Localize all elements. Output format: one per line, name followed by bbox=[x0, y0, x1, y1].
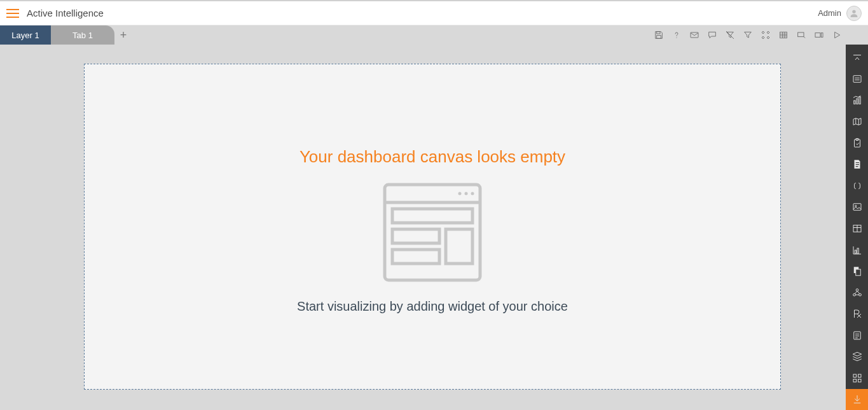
svg-rect-11 bbox=[798, 32, 804, 37]
chart-widget-icon[interactable] bbox=[846, 90, 868, 111]
user-avatar[interactable] bbox=[846, 6, 862, 21]
bar-chart-widget-icon[interactable] bbox=[846, 239, 868, 261]
svg-rect-47 bbox=[855, 269, 860, 276]
svg-point-16 bbox=[458, 192, 462, 195]
user-label: Admin bbox=[818, 8, 841, 18]
svg-rect-14 bbox=[385, 185, 480, 280]
svg-rect-6 bbox=[780, 32, 787, 38]
help-icon[interactable] bbox=[671, 29, 682, 41]
svg-point-48 bbox=[856, 288, 858, 291]
tab-1-label: Tab 1 bbox=[72, 31, 93, 40]
svg-point-49 bbox=[853, 293, 855, 296]
app-header: Active Intelligence Admin bbox=[0, 0, 868, 25]
svg-rect-4 bbox=[691, 32, 698, 38]
svg-line-51 bbox=[855, 291, 857, 294]
document-widget-icon[interactable] bbox=[846, 154, 868, 176]
table-widget-icon[interactable] bbox=[846, 218, 868, 239]
app-title: Active Intelligence bbox=[27, 8, 104, 18]
svg-rect-27 bbox=[853, 101, 855, 104]
svg-rect-13 bbox=[821, 33, 823, 38]
svg-point-3 bbox=[676, 37, 677, 38]
svg-point-38 bbox=[855, 206, 856, 207]
svg-rect-58 bbox=[853, 374, 857, 378]
image-widget-icon[interactable] bbox=[846, 197, 868, 218]
svg-rect-36 bbox=[855, 166, 858, 167]
svg-rect-20 bbox=[392, 229, 439, 243]
clear-filter-icon[interactable] bbox=[724, 29, 736, 41]
svg-point-18 bbox=[471, 192, 474, 195]
tools-icon[interactable] bbox=[760, 29, 771, 41]
clipboard-widget-icon[interactable] bbox=[846, 132, 868, 154]
svg-point-17 bbox=[465, 192, 468, 195]
svg-rect-22 bbox=[446, 229, 472, 264]
dashboard-placeholder-icon bbox=[378, 178, 486, 289]
svg-rect-61 bbox=[858, 379, 861, 382]
dashboard-canvas[interactable]: Your dashboard canvas looks empty bbox=[84, 64, 781, 390]
svg-rect-28 bbox=[856, 99, 857, 104]
plus-icon: + bbox=[120, 29, 127, 42]
svg-rect-44 bbox=[855, 250, 856, 253]
svg-rect-1 bbox=[657, 32, 660, 34]
svg-rect-12 bbox=[815, 33, 820, 38]
svg-rect-24 bbox=[853, 76, 861, 83]
list-widget-icon[interactable] bbox=[846, 325, 868, 346]
tab-layer-1[interactable]: Layer 1 bbox=[0, 25, 51, 45]
svg-rect-45 bbox=[857, 248, 858, 253]
map-widget-icon[interactable] bbox=[846, 111, 868, 133]
svg-rect-34 bbox=[855, 162, 858, 163]
fit-screen-icon[interactable] bbox=[813, 29, 825, 41]
widget-sidepanel bbox=[846, 45, 868, 410]
empty-state-title: Your dashboard canvas looks empty bbox=[300, 147, 565, 167]
svg-rect-21 bbox=[392, 250, 439, 264]
tab-layer-label: Layer 1 bbox=[11, 31, 39, 40]
svg-line-52 bbox=[857, 291, 860, 294]
copy-widget-icon[interactable] bbox=[846, 260, 868, 282]
layers-widget-icon[interactable] bbox=[846, 346, 868, 367]
toolbar bbox=[653, 25, 868, 45]
tab-bar: Layer 1 Tab 1 + bbox=[0, 25, 868, 45]
empty-state: Your dashboard canvas looks empty bbox=[85, 64, 780, 389]
svg-rect-2 bbox=[657, 36, 661, 39]
download-icon[interactable] bbox=[846, 389, 868, 411]
hamburger-menu-icon[interactable] bbox=[6, 9, 19, 18]
zoom-icon[interactable] bbox=[796, 29, 807, 41]
add-tab-button[interactable]: + bbox=[114, 25, 132, 45]
tab-1[interactable]: Tab 1 bbox=[51, 25, 114, 45]
workspace: Your dashboard canvas looks empty bbox=[0, 45, 846, 410]
grid-widget-icon[interactable] bbox=[846, 367, 868, 389]
filter-icon[interactable] bbox=[742, 29, 754, 41]
network-widget-icon[interactable] bbox=[846, 282, 868, 304]
comment-icon[interactable] bbox=[706, 29, 718, 41]
collapse-panel-icon[interactable] bbox=[846, 47, 868, 69]
svg-rect-37 bbox=[853, 204, 861, 211]
svg-rect-19 bbox=[392, 209, 472, 223]
svg-rect-29 bbox=[859, 97, 860, 104]
table-icon[interactable] bbox=[778, 29, 789, 41]
svg-point-0 bbox=[852, 10, 855, 13]
form-widget-icon[interactable] bbox=[846, 69, 868, 90]
play-icon[interactable] bbox=[831, 29, 843, 41]
code-widget-icon[interactable] bbox=[846, 175, 868, 197]
save-icon[interactable] bbox=[653, 29, 665, 41]
svg-rect-60 bbox=[853, 379, 857, 382]
prescription-widget-icon[interactable] bbox=[846, 303, 868, 325]
svg-point-50 bbox=[858, 293, 861, 296]
svg-rect-35 bbox=[855, 164, 858, 165]
mail-icon[interactable] bbox=[689, 29, 700, 41]
empty-state-subtitle: Start visualizing by adding widget of yo… bbox=[297, 299, 568, 314]
svg-rect-59 bbox=[858, 374, 861, 378]
svg-line-5 bbox=[726, 31, 734, 39]
